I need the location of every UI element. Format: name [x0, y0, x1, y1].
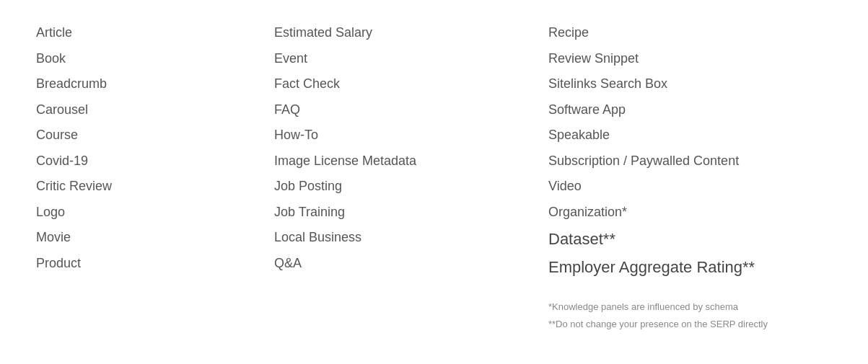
list-item: Video [548, 175, 832, 198]
list-item: Breadcrumb [36, 73, 274, 96]
list-item: Speakable [548, 124, 832, 147]
list-item: Subscription / Paywalled Content [548, 150, 832, 173]
list-item: Sitelinks Search Box [548, 73, 832, 96]
list-item: Article [36, 22, 274, 45]
list-item: Fact Check [274, 73, 548, 96]
column-1: Article Book Breadcrumb Carousel Course … [36, 22, 274, 331]
list-item-dataset: Dataset** [548, 226, 832, 252]
footnote-1: *Knowledge panels are influenced by sche… [548, 300, 832, 314]
column-2: Estimated Salary Event Fact Check FAQ Ho… [274, 22, 548, 331]
list-item: Image License Metadata [274, 150, 548, 173]
list-item: Software App [548, 99, 832, 122]
list-item: Critic Review [36, 175, 274, 198]
column-3: Recipe Review Snippet Sitelinks Search B… [548, 22, 832, 331]
list-item: Product [36, 252, 274, 275]
list-item: Covid-19 [36, 150, 274, 173]
list-item: Book [36, 48, 274, 71]
list-item: Job Training [274, 201, 548, 224]
list-item: Logo [36, 201, 274, 224]
list-item: Q&A [274, 252, 548, 275]
list-item: Local Business [274, 226, 548, 249]
list-item: Carousel [36, 99, 274, 122]
list-item: Movie [36, 226, 274, 249]
list-item: Course [36, 124, 274, 147]
list-item: Estimated Salary [274, 22, 548, 45]
list-item: How-To [274, 124, 548, 147]
list-item: Recipe [548, 22, 832, 45]
list-item: Event [274, 48, 548, 71]
list-item: Job Posting [274, 175, 548, 198]
list-item: FAQ [274, 99, 548, 122]
content-wrapper: Article Book Breadcrumb Carousel Course … [0, 0, 868, 352]
footnote-2: **Do not change your presence on the SER… [548, 317, 832, 332]
list-item-employer-aggregate: Employer Aggregate Rating** [548, 254, 832, 280]
list-item: Organization* [548, 201, 832, 224]
list-item: Review Snippet [548, 48, 832, 71]
footnotes: *Knowledge panels are influenced by sche… [548, 300, 832, 331]
